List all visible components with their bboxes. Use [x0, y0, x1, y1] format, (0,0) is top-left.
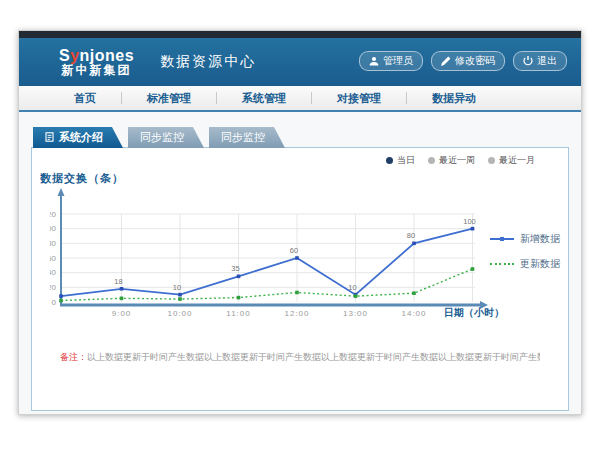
nav-item-interface-mgmt[interactable]: 对接管理 — [312, 91, 406, 106]
svg-text:80: 80 — [50, 239, 57, 248]
legend-item-updated-data[interactable]: 更新数据 — [490, 257, 560, 271]
document-icon — [45, 132, 54, 144]
logout-button[interactable]: 退出 — [513, 51, 567, 71]
radio-icon — [386, 157, 393, 164]
svg-text:60: 60 — [50, 254, 57, 263]
tab-sync-monitor-1[interactable]: 同步监控 — [128, 127, 204, 148]
window-top-strip — [19, 31, 581, 38]
svg-text:日期（小时）: 日期（小时） — [444, 307, 504, 318]
svg-text:13:00: 13:00 — [343, 309, 368, 318]
svg-text:60: 60 — [290, 246, 298, 255]
main-nav: 首页 标准管理 系统管理 对接管理 数据异动 — [19, 86, 581, 112]
svg-text:10: 10 — [173, 283, 181, 292]
company-logo: Synjones 新中新集团 — [59, 47, 134, 78]
tab-system-intro[interactable]: 系统介绍 — [33, 127, 123, 148]
admin-user-button[interactable]: 管理员 — [359, 51, 423, 71]
tab-sync-monitor-2[interactable]: 同步监控 — [209, 127, 285, 148]
green-dotted-swatch — [490, 263, 514, 265]
svg-text:100: 100 — [463, 217, 476, 226]
svg-text:10:00: 10:00 — [167, 309, 192, 318]
svg-text:0: 0 — [52, 298, 57, 307]
svg-text:20: 20 — [50, 283, 57, 292]
logo-company-name: 新中新集团 — [62, 64, 132, 77]
legend-item-new-data[interactable]: 新增数据 — [490, 232, 560, 246]
time-range-selector: 当日 最近一周 最近一月 — [386, 154, 535, 167]
svg-text:120: 120 — [50, 210, 57, 219]
footnote: 备注：以上数据更新于时间产生数据以上数据更新于时间产生数据以上数据更新于时间产生… — [60, 351, 540, 364]
chart-container: 0204060801001209:0010:0011:0012:0013:001… — [50, 184, 520, 328]
range-option-today[interactable]: 当日 — [386, 154, 415, 167]
tab-bar: 系统介绍 同步监控 同步监控 — [33, 127, 569, 148]
svg-text:35: 35 — [231, 264, 239, 273]
blue-line-swatch — [490, 238, 514, 240]
footnote-text: 以上数据更新于时间产生数据以上数据更新于时间产生数据以上数据更新于时间产生数据以… — [87, 352, 540, 362]
svg-text:14:00: 14:00 — [401, 309, 426, 318]
svg-text:11:00: 11:00 — [226, 309, 250, 318]
logo-wordmark: Synjones — [59, 47, 134, 65]
user-icon — [369, 56, 379, 66]
nav-item-standard-mgmt[interactable]: 标准管理 — [122, 91, 216, 106]
svg-text:100: 100 — [50, 224, 57, 233]
svg-text:18: 18 — [114, 277, 122, 286]
content-area: 系统介绍 同步监控 同步监控 当日 最近一周 — [19, 112, 581, 414]
range-option-last-week[interactable]: 最近一周 — [428, 154, 475, 167]
svg-text:80: 80 — [407, 231, 415, 240]
line-chart: 0204060801001209:0010:0011:0012:0013:001… — [50, 184, 520, 324]
chart-legend: 新增数据 更新数据 — [490, 232, 560, 271]
radio-icon — [488, 157, 495, 164]
change-password-button[interactable]: 修改密码 — [431, 51, 505, 71]
header-actions: 管理员 修改密码 退出 — [359, 51, 567, 71]
app-header: Synjones 新中新集团 数据资源中心 管理员 修改密码 退出 — [19, 38, 581, 86]
chart-panel: 当日 最近一周 最近一月 数据交换（条） 0204060801001209:00… — [31, 147, 569, 411]
nav-item-home[interactable]: 首页 — [49, 91, 121, 106]
app-window: Synjones 新中新集团 数据资源中心 管理员 修改密码 退出 — [18, 30, 582, 415]
nav-item-system-mgmt[interactable]: 系统管理 — [217, 91, 311, 106]
svg-text:40: 40 — [50, 268, 57, 277]
radio-icon — [428, 157, 435, 164]
svg-text:10: 10 — [348, 283, 356, 292]
power-icon — [523, 56, 533, 66]
edit-icon — [441, 56, 451, 66]
page-title: 数据资源中心 — [160, 53, 256, 71]
footnote-label: 备注： — [60, 352, 87, 362]
svg-text:9:00: 9:00 — [112, 309, 132, 318]
svg-text:12:00: 12:00 — [284, 309, 309, 318]
nav-item-data-change[interactable]: 数据异动 — [407, 91, 501, 106]
range-option-last-month[interactable]: 最近一月 — [488, 154, 535, 167]
